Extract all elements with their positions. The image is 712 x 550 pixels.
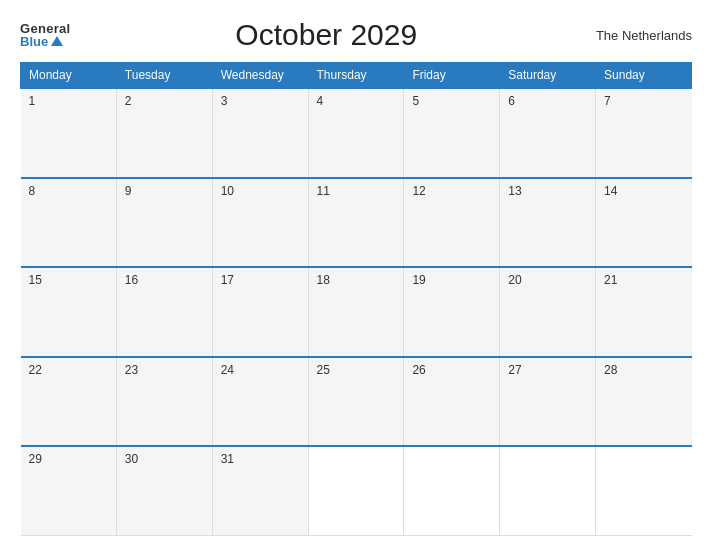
day-number: 11 [317, 184, 330, 198]
calendar-day-cell: 19 [404, 267, 500, 357]
calendar-day-cell: 29 [21, 446, 117, 536]
header-thursday: Thursday [308, 63, 404, 89]
day-number: 29 [29, 452, 42, 466]
day-number: 12 [412, 184, 425, 198]
calendar-day-cell: 10 [212, 178, 308, 268]
day-number: 8 [29, 184, 36, 198]
day-number: 16 [125, 273, 138, 287]
day-number: 24 [221, 363, 234, 377]
calendar-day-cell: 8 [21, 178, 117, 268]
calendar-day-cell [500, 446, 596, 536]
header-sunday: Sunday [596, 63, 692, 89]
calendar-page: General Blue October 2029 The Netherland… [0, 0, 712, 550]
calendar-day-cell: 16 [116, 267, 212, 357]
day-number: 3 [221, 94, 228, 108]
calendar-day-cell: 13 [500, 178, 596, 268]
calendar-day-cell: 3 [212, 88, 308, 178]
day-number: 28 [604, 363, 617, 377]
calendar-day-cell [596, 446, 692, 536]
calendar-day-cell [404, 446, 500, 536]
calendar-day-cell: 22 [21, 357, 117, 447]
day-number: 1 [29, 94, 36, 108]
calendar-day-cell: 14 [596, 178, 692, 268]
weekday-header-row: Monday Tuesday Wednesday Thursday Friday… [21, 63, 692, 89]
day-number: 18 [317, 273, 330, 287]
calendar-day-cell: 4 [308, 88, 404, 178]
calendar-day-cell: 12 [404, 178, 500, 268]
header-saturday: Saturday [500, 63, 596, 89]
day-number: 25 [317, 363, 330, 377]
calendar-day-cell: 31 [212, 446, 308, 536]
country-label: The Netherlands [582, 28, 692, 43]
day-number: 13 [508, 184, 521, 198]
header-wednesday: Wednesday [212, 63, 308, 89]
calendar-day-cell: 27 [500, 357, 596, 447]
calendar-day-cell: 23 [116, 357, 212, 447]
calendar-day-cell: 1 [21, 88, 117, 178]
calendar-day-cell: 15 [21, 267, 117, 357]
calendar-day-cell: 30 [116, 446, 212, 536]
day-number: 21 [604, 273, 617, 287]
calendar-day-cell: 21 [596, 267, 692, 357]
calendar-day-cell: 25 [308, 357, 404, 447]
logo: General Blue [20, 22, 71, 48]
calendar-day-cell: 9 [116, 178, 212, 268]
calendar-week-row: 891011121314 [21, 178, 692, 268]
day-number: 22 [29, 363, 42, 377]
calendar-day-cell: 20 [500, 267, 596, 357]
day-number: 4 [317, 94, 324, 108]
calendar-week-row: 22232425262728 [21, 357, 692, 447]
calendar-day-cell: 28 [596, 357, 692, 447]
calendar-day-cell: 24 [212, 357, 308, 447]
calendar-day-cell: 18 [308, 267, 404, 357]
calendar-day-cell [308, 446, 404, 536]
day-number: 10 [221, 184, 234, 198]
calendar-day-cell: 5 [404, 88, 500, 178]
calendar-title: October 2029 [71, 18, 582, 52]
calendar-day-cell: 11 [308, 178, 404, 268]
header-monday: Monday [21, 63, 117, 89]
day-number: 6 [508, 94, 515, 108]
day-number: 14 [604, 184, 617, 198]
calendar-week-row: 1234567 [21, 88, 692, 178]
calendar-day-cell: 17 [212, 267, 308, 357]
day-number: 27 [508, 363, 521, 377]
day-number: 31 [221, 452, 234, 466]
day-number: 15 [29, 273, 42, 287]
day-number: 19 [412, 273, 425, 287]
day-number: 7 [604, 94, 611, 108]
day-number: 23 [125, 363, 138, 377]
day-number: 20 [508, 273, 521, 287]
day-number: 9 [125, 184, 132, 198]
logo-blue-text: Blue [20, 35, 71, 48]
logo-triangle-icon [51, 36, 63, 46]
header-friday: Friday [404, 63, 500, 89]
calendar-day-cell: 2 [116, 88, 212, 178]
calendar-day-cell: 6 [500, 88, 596, 178]
calendar-week-row: 15161718192021 [21, 267, 692, 357]
day-number: 2 [125, 94, 132, 108]
calendar-week-row: 293031 [21, 446, 692, 536]
day-number: 17 [221, 273, 234, 287]
day-number: 30 [125, 452, 138, 466]
header-tuesday: Tuesday [116, 63, 212, 89]
day-number: 26 [412, 363, 425, 377]
calendar-table: Monday Tuesday Wednesday Thursday Friday… [20, 62, 692, 536]
day-number: 5 [412, 94, 419, 108]
calendar-header: General Blue October 2029 The Netherland… [20, 18, 692, 52]
calendar-day-cell: 26 [404, 357, 500, 447]
calendar-day-cell: 7 [596, 88, 692, 178]
